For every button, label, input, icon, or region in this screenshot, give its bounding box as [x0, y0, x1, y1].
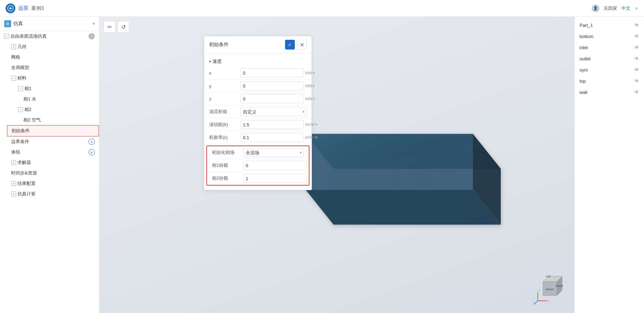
sidebar-item-label: 初始条件: [12, 128, 30, 134]
conditions-title: 初始条件: [209, 42, 229, 48]
sidebar-item-boundary-conditions[interactable]: 边界条件 +: [7, 136, 99, 147]
velocity-arrow-icon: ▾: [209, 59, 211, 64]
x-label: x: [209, 70, 240, 76]
turbulence-k-row: 湍动能(k) m²/s² ▾: [204, 118, 312, 131]
phase1-fraction-input[interactable]: [243, 161, 307, 170]
y-label: y: [209, 83, 240, 89]
velocity-y-row: y m/s ▾: [204, 80, 312, 92]
lang-chevron-icon[interactable]: ▼: [635, 6, 638, 10]
viewport-toolbar: ✂ ↺: [104, 21, 129, 33]
phase-init-section: 初始化相场 全流场 ▾ 相1份额: [206, 146, 309, 186]
inlet-label: inlet: [580, 45, 588, 50]
topbar: 远算 案例3 👤 吴因家 中文 ▼: [0, 0, 644, 17]
expand-solver-icon[interactable]: +: [11, 160, 16, 165]
svg-marker-4: [306, 189, 501, 224]
velocity-x-input[interactable]: [240, 68, 304, 77]
phase2-fraction-input[interactable]: [243, 174, 307, 183]
sidebar-header-label: 仿真: [13, 21, 23, 27]
velocity-label: 速度: [213, 58, 222, 65]
confirm-button[interactable]: ✓: [285, 40, 295, 50]
sidebar-item-geometry[interactable]: + 几何: [7, 42, 99, 52]
right-panel-item-wall: wall 👁: [575, 87, 644, 98]
app-logo[interactable]: 远算: [6, 3, 29, 13]
z-label: z: [209, 96, 240, 102]
sidebar-item-label: 全局模型: [11, 65, 29, 71]
undo-button[interactable]: ↺: [117, 21, 129, 33]
sidebar-item-phase1-water[interactable]: 相1 水: [19, 94, 99, 104]
phase1-fraction-row: 相1份额: [207, 159, 309, 172]
turbulence-initial-select[interactable]: 自定义: [240, 107, 307, 116]
expand-sim-icon[interactable]: +: [11, 192, 16, 196]
sidebar-item-label: 相1: [24, 85, 31, 92]
wall-eye-icon[interactable]: 👁: [634, 89, 639, 95]
sidebar-item-timestep[interactable]: 时间步&资源: [7, 168, 99, 178]
outlet-label: outlet: [580, 56, 591, 61]
right-panel-item-part1: Part_1 👁: [575, 20, 644, 31]
expand-geometry-icon[interactable]: +: [11, 44, 16, 49]
velocity-z-unit: m/s ▾: [305, 96, 319, 101]
add-volume-icon[interactable]: +: [89, 149, 95, 155]
part1-eye-icon[interactable]: 👁: [634, 22, 639, 28]
velocity-y-input[interactable]: [240, 81, 304, 90]
dissipation-input[interactable]: [240, 133, 304, 142]
right-panel-item-sym: sym 👁: [575, 64, 644, 75]
bottom-eye-icon[interactable]: 👁: [634, 33, 639, 39]
conditions-panel: 初始条件 ✓ ✕ ▾ 速度 x m/s ▾: [204, 36, 312, 190]
sidebar-item-result-config[interactable]: + 结果配置: [7, 178, 99, 189]
sidebar-item-label: 相2: [24, 106, 31, 113]
dissipation-unit: m²/s³ ▾: [305, 135, 319, 140]
main-layout: ⚙ 仿真 ▾ − 自由表面流场仿真 i + 几何 网格 全局模型 − 材料 − …: [0, 17, 644, 313]
user-avatar-icon: 👤: [592, 5, 599, 12]
sidebar-item-label: 体组: [11, 149, 20, 155]
right-panel-item-bottom: bottom 👁: [575, 31, 644, 42]
outlet-eye-icon[interactable]: 👁: [634, 56, 639, 61]
close-button[interactable]: ✕: [297, 40, 307, 50]
sidebar-item-sim-compute[interactable]: + 仿真计算: [7, 189, 99, 199]
sidebar-item-initial-conditions[interactable]: 初始条件: [7, 125, 99, 136]
turbulence-k-unit: m²/s² ▾: [305, 122, 319, 127]
init-phase-label: 初始化相场: [212, 149, 243, 156]
init-phase-select[interactable]: 全流场: [243, 148, 304, 157]
app-title: 案例3: [31, 5, 44, 12]
phase2-fraction-label: 相2份额: [212, 175, 243, 181]
sym-eye-icon[interactable]: 👁: [634, 67, 639, 73]
sidebar-item-phase2[interactable]: − 相2: [14, 104, 99, 115]
sidebar-collapse-icon[interactable]: ▾: [93, 21, 95, 26]
expand-phase2-icon[interactable]: −: [18, 107, 23, 112]
sidebar-item-free-surface[interactable]: − 自由表面流场仿真 i: [0, 31, 99, 42]
sidebar-item-label: 时间步&资源: [11, 170, 37, 176]
sidebar-item-phase1[interactable]: − 相1: [14, 83, 99, 94]
turbulence-k-input[interactable]: [240, 120, 304, 129]
top-eye-icon[interactable]: 👁: [634, 78, 639, 84]
conditions-body: ▾ 速度 x m/s ▾ y m/s ▾ z: [204, 53, 312, 190]
velocity-z-row: z m/s ▾: [204, 92, 312, 105]
add-boundary-icon[interactable]: +: [89, 139, 95, 145]
axis-cube-svg: TOP FRONT RIGHT Y X Z: [532, 271, 567, 306]
expand-result-icon[interactable]: +: [11, 181, 16, 186]
turbulence-initial-label: 湍流初值: [209, 109, 240, 115]
sidebar-item-full-model[interactable]: 全局模型: [7, 62, 99, 73]
velocity-z-input[interactable]: [240, 94, 304, 103]
sidebar-title: ⚙ 仿真: [4, 20, 23, 27]
right-panel-item-outlet: outlet 👁: [575, 53, 644, 64]
sym-label: sym: [580, 67, 588, 73]
axis-cube-container: TOP FRONT RIGHT Y X Z: [532, 271, 567, 306]
language-selector[interactable]: 中文: [621, 5, 630, 12]
inlet-eye-icon[interactable]: 👁: [634, 45, 639, 50]
sidebar-item-solver[interactable]: + 求解器: [7, 157, 99, 168]
dissipation-label: 耗散率(ε): [209, 134, 240, 141]
turbulence-select-wrapper: 自定义 ▾: [240, 107, 307, 116]
sidebar-item-volume-groups[interactable]: 体组 +: [7, 147, 99, 157]
cut-button[interactable]: ✂: [104, 21, 115, 33]
expand-icon[interactable]: −: [4, 34, 9, 39]
expand-phase1-icon[interactable]: −: [18, 86, 23, 91]
expand-material-icon[interactable]: −: [11, 76, 16, 81]
right-panel-item-top: top 👁: [575, 75, 644, 87]
sidebar-item-label: 边界条件: [11, 139, 29, 145]
sidebar-item-mesh[interactable]: 网格: [7, 52, 99, 62]
sidebar-item-label: 几何: [17, 44, 26, 50]
app-name: 远算: [18, 5, 29, 12]
user-name: 吴因家: [604, 5, 617, 12]
sidebar-item-phase2-air[interactable]: 相2 空气: [19, 115, 99, 125]
sidebar-item-material[interactable]: − 材料: [7, 73, 99, 83]
